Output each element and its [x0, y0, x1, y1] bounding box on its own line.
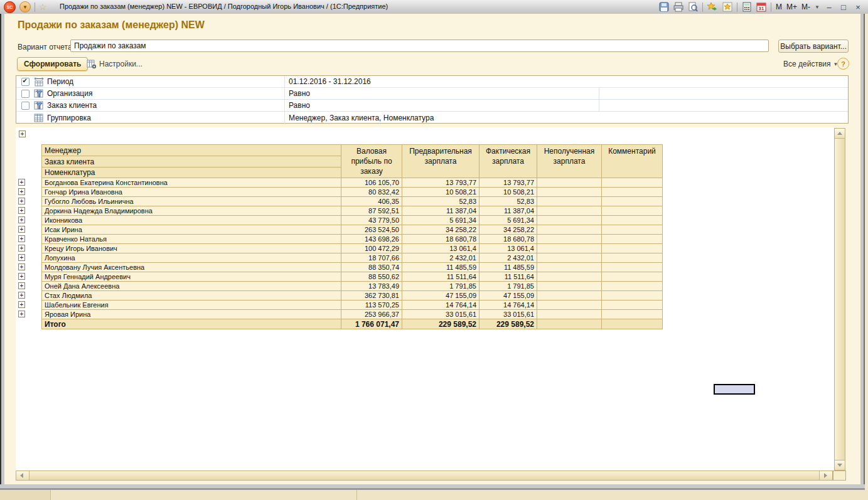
manager-name-cell[interactable]: Исак Ирина: [42, 225, 341, 235]
gross-profit-cell[interactable]: 362 730,81: [341, 291, 402, 301]
comment-cell[interactable]: [602, 291, 663, 301]
memory-add-button[interactable]: М+: [786, 3, 797, 11]
filter-row-organization[interactable]: Организация Равно: [16, 88, 848, 100]
actual-salary-cell[interactable]: 11 511,64: [480, 272, 537, 282]
unreceived-salary-cell[interactable]: [537, 291, 602, 301]
filter-row-client-order[interactable]: Заказ клиента Равно: [16, 100, 848, 112]
comment-cell[interactable]: [602, 301, 663, 310]
manager-name-cell[interactable]: Губогло Любовь Ильинична: [42, 197, 341, 206]
choose-variant-button[interactable]: Выбрать вариант...: [778, 40, 849, 53]
unreceived-salary-cell[interactable]: [537, 319, 602, 329]
unreceived-salary-cell[interactable]: [537, 206, 602, 216]
preliminary-salary-cell[interactable]: 229 589,52: [402, 319, 480, 329]
generate-button[interactable]: Сформировать: [17, 57, 88, 71]
organization-checkbox[interactable]: [21, 90, 29, 98]
actual-salary-cell[interactable]: 47 155,09: [480, 291, 537, 301]
minimize-button[interactable]: –: [824, 3, 834, 12]
gross-profit-cell[interactable]: 80 832,42: [341, 188, 402, 197]
header-comment[interactable]: Комментарий: [602, 145, 663, 178]
variant-input[interactable]: Продажи по заказам: [70, 40, 769, 52]
unreceived-salary-cell[interactable]: [537, 178, 602, 188]
gross-profit-cell[interactable]: 18 707,66: [341, 253, 402, 263]
filter-value[interactable]: Равно: [284, 100, 597, 111]
horizontal-scrollbar[interactable]: [16, 471, 833, 481]
preliminary-salary-cell[interactable]: 5 691,34: [402, 216, 480, 225]
unreceived-salary-cell[interactable]: [537, 310, 602, 319]
gross-profit-cell[interactable]: 88 550,62: [341, 272, 402, 282]
preliminary-salary-cell[interactable]: 11 485,59: [402, 263, 480, 272]
calculator-icon[interactable]: [742, 2, 752, 12]
1c-logo[interactable]: 1С: [4, 1, 16, 13]
preliminary-salary-cell[interactable]: 11 511,64: [402, 272, 480, 282]
unreceived-salary-cell[interactable]: [537, 301, 602, 310]
manager-name-cell[interactable]: Оней Дана Алексеевна: [42, 282, 341, 291]
manager-name-cell[interactable]: Молдовану Лучия Аксентьевна: [42, 263, 341, 272]
filter-row-period[interactable]: Период 01.12.2016 - 31.12.2016: [16, 76, 848, 88]
actual-salary-cell[interactable]: 1 791,85: [480, 282, 537, 291]
manager-name-cell[interactable]: Стах Людмила: [42, 291, 341, 301]
gross-profit-cell[interactable]: 113 570,25: [341, 301, 402, 310]
plus-expander-icon[interactable]: [19, 130, 26, 137]
selected-cell[interactable]: [714, 384, 755, 395]
preliminary-salary-cell[interactable]: 10 508,21: [402, 188, 480, 197]
scroll-up-button[interactable]: [835, 129, 845, 139]
gross-profit-cell[interactable]: 1 766 071,47: [341, 319, 402, 329]
manager-name-cell[interactable]: Доркина Надежда Владимировна: [42, 206, 341, 216]
unreceived-salary-cell[interactable]: [537, 253, 602, 263]
comment-cell[interactable]: [602, 216, 663, 225]
row-expander[interactable]: [18, 188, 25, 195]
preliminary-salary-cell[interactable]: 14 764,14: [402, 301, 480, 310]
manager-name-cell[interactable]: Яровая Ирина: [42, 310, 341, 319]
actual-salary-cell[interactable]: 229 589,52: [480, 319, 537, 329]
gross-profit-cell[interactable]: 87 592,51: [341, 206, 402, 216]
unreceived-salary-cell[interactable]: [537, 188, 602, 197]
memory-subtract-button[interactable]: М-: [801, 3, 810, 11]
header-client-order[interactable]: Заказ клиента: [42, 156, 341, 168]
favorites-icon[interactable]: [722, 2, 732, 12]
actual-salary-cell[interactable]: 13 061,4: [480, 244, 537, 253]
maximize-button[interactable]: □: [839, 3, 849, 12]
manager-name-cell[interactable]: Шабельник Евгения: [42, 301, 341, 310]
header-nomenclature[interactable]: Номенклатура: [42, 168, 341, 178]
row-expander[interactable]: [18, 311, 25, 317]
scroll-right-button[interactable]: [819, 471, 832, 480]
calendar-icon[interactable]: 31: [756, 2, 766, 12]
actual-salary-cell[interactable]: 18 680,78: [480, 235, 537, 244]
actual-salary-cell[interactable]: 10 508,21: [480, 188, 537, 197]
print-preview-icon[interactable]: [688, 2, 698, 12]
header-manager[interactable]: Менеджер: [42, 145, 341, 156]
comment-cell[interactable]: [602, 225, 663, 235]
chevron-circle-icon[interactable]: ▼: [19, 1, 31, 13]
manager-name-cell[interactable]: Лопухина: [42, 253, 341, 263]
preliminary-salary-cell[interactable]: 13 061,4: [402, 244, 480, 253]
settings-button[interactable]: Настройки...: [87, 58, 142, 70]
actual-salary-cell[interactable]: 52,83: [480, 197, 537, 206]
unreceived-salary-cell[interactable]: [537, 225, 602, 235]
gross-profit-cell[interactable]: 406,35: [341, 197, 402, 206]
filter-value[interactable]: Равно: [284, 88, 597, 99]
filter-row-grouping[interactable]: Группировка Менеджер, Заказ клиента, Ном…: [16, 112, 848, 124]
manager-name-cell[interactable]: Богданова Екатерина Константиновна: [42, 178, 341, 188]
unreceived-salary-cell[interactable]: [537, 197, 602, 206]
row-expander[interactable]: [18, 301, 25, 308]
comment-cell[interactable]: [602, 235, 663, 244]
scroll-down-button[interactable]: [835, 460, 845, 470]
actual-salary-cell[interactable]: 11 485,59: [480, 263, 537, 272]
unreceived-salary-cell[interactable]: [537, 235, 602, 244]
manager-name-cell[interactable]: Крецу Игорь Иванович: [42, 244, 341, 253]
row-expander[interactable]: [18, 292, 25, 299]
favorites-star-icon[interactable]: ☆: [39, 3, 47, 11]
header-gross-profit[interactable]: Валовая прибыль по заказу: [341, 145, 402, 178]
gross-profit-cell[interactable]: 43 779,50: [341, 216, 402, 225]
row-expander[interactable]: [18, 245, 25, 252]
filter-extra-cell[interactable]: [599, 88, 848, 99]
preliminary-salary-cell[interactable]: 33 015,61: [402, 310, 480, 319]
client-order-checkbox[interactable]: [21, 102, 29, 110]
save-icon[interactable]: [659, 2, 669, 12]
comment-cell[interactable]: [602, 253, 663, 263]
row-expander[interactable]: [18, 282, 25, 289]
memory-recall-button[interactable]: М: [776, 3, 782, 11]
unreceived-salary-cell[interactable]: [537, 272, 602, 282]
gross-profit-cell[interactable]: 143 698,26: [341, 235, 402, 244]
comment-cell[interactable]: [602, 188, 663, 197]
